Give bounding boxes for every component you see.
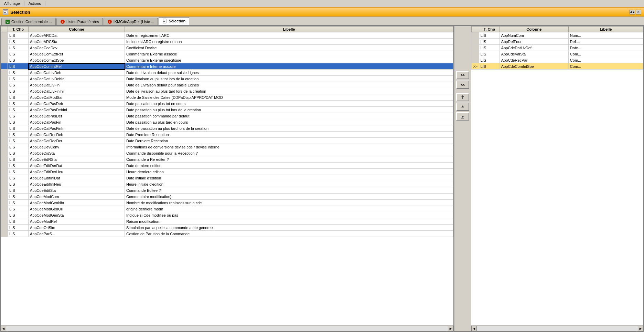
left-row-libelle[interactable]: Commentaire Interne associe: [125, 63, 453, 70]
left-row-libelle[interactable]: Date Premiere Reception: [125, 132, 453, 138]
left-row-tchp[interactable]: LIS: [8, 156, 29, 163]
left-row-libelle[interactable]: Date passation au plus tard en cours: [125, 119, 453, 125]
left-row-libelle[interactable]: Date de Livraison defaut pour saisie Lig…: [125, 82, 453, 88]
left-row-tchp[interactable]: LIS: [8, 231, 29, 237]
left-row-libelle[interactable]: Commentaire Externe specifique: [125, 57, 453, 63]
add-all-button[interactable]: >>: [456, 71, 469, 79]
right-row-libelle[interactable]: Ref....: [568, 39, 643, 45]
left-row-tchp[interactable]: LIS: [8, 51, 29, 57]
left-row-libelle[interactable]: Date derniere edition: [125, 163, 453, 169]
move-down-button[interactable]: [456, 112, 469, 121]
left-row-tchp[interactable]: LIS: [8, 101, 29, 107]
left-row-colonne[interactable]: AppCdeDatPasDebIni: [29, 107, 125, 113]
right-row-colonne[interactable]: AppRefFour: [500, 39, 568, 45]
left-row-colonne[interactable]: AppCdeEditIniHeu: [29, 181, 125, 187]
right-row-colonne[interactable]: AppNumCom: [500, 32, 568, 39]
left-row-libelle[interactable]: Indique si ARC enregistre ou non: [125, 39, 453, 45]
left-row-libelle[interactable]: Commentaire Externe associe: [125, 51, 453, 57]
right-row-colonne[interactable]: AppCdeRecPar: [500, 57, 568, 63]
left-row-colonne[interactable]: AppCdeDatLivDebIni: [29, 76, 125, 82]
right-row-libelle[interactable]: Num...: [568, 32, 643, 39]
move-up-button[interactable]: [456, 103, 469, 111]
right-row-tchp[interactable]: LIS: [479, 39, 500, 45]
left-scroll-left[interactable]: ◄: [1, 326, 6, 331]
right-scroll-right[interactable]: ►: [638, 326, 643, 331]
right-row-libelle[interactable]: Com...: [568, 51, 643, 57]
left-row-libelle[interactable]: Date passation au plus tot en cours: [125, 101, 453, 107]
left-row-tchp[interactable]: LIS: [8, 163, 29, 169]
right-row-colonne[interactable]: AppCdeValSta: [500, 51, 568, 57]
right-row-tchp[interactable]: LIS: [479, 32, 500, 39]
left-row-tchp[interactable]: LIS: [8, 39, 29, 45]
left-row-tchp[interactable]: LIS: [8, 119, 29, 125]
left-row-colonne[interactable]: AppCdeEditDerHeu: [29, 169, 125, 175]
expand-button[interactable]: ◄►: [630, 10, 635, 14]
tab-ikmc[interactable]: ! IKMCdeAppRet (Liste ...: [104, 18, 158, 25]
left-row-tchp[interactable]: LIS: [8, 132, 29, 138]
left-row-colonne[interactable]: AppCdeDisSta: [29, 150, 125, 156]
left-row-colonne[interactable]: AppCdeEditSta: [29, 187, 125, 194]
close-button[interactable]: ✕: [636, 10, 641, 14]
left-row-colonne[interactable]: AppCdeDatPasFin: [29, 119, 125, 125]
left-row-colonne[interactable]: AppCdeEdRSta: [29, 156, 125, 163]
left-row-libelle[interactable]: Date passation au plus tot lors de la cr…: [125, 107, 453, 113]
left-row-libelle[interactable]: Commande a Re-editer ?: [125, 156, 453, 163]
tab-gestion[interactable]: G Gestion Commerciale ...: [1, 18, 56, 25]
tab-listes[interactable]: ! Listes Paramétrées: [56, 18, 103, 25]
left-row-tchp[interactable]: LIS: [8, 107, 29, 113]
move-top-button[interactable]: [456, 93, 469, 101]
left-row-libelle[interactable]: origine derniere modif: [125, 206, 453, 212]
left-row-tchp[interactable]: LIS: [8, 63, 29, 70]
left-row-libelle[interactable]: Informations de conversions devise cde /…: [125, 144, 453, 150]
left-row-tchp[interactable]: LIS: [8, 187, 29, 194]
left-row-tchp[interactable]: LIS: [8, 88, 29, 94]
left-row-tchp[interactable]: LIS: [8, 144, 29, 150]
left-row-colonne[interactable]: AppCdeModGenSta: [29, 212, 125, 218]
left-row-colonne[interactable]: AppCdeModRef: [29, 218, 125, 225]
left-row-tchp[interactable]: LIS: [8, 82, 29, 88]
left-row-tchp[interactable]: LIS: [8, 76, 29, 82]
left-row-tchp[interactable]: LIS: [8, 181, 29, 187]
left-row-colonne[interactable]: AppCdeEditDerDat: [29, 163, 125, 169]
left-row-colonne[interactable]: AppCdeCoeDev: [29, 45, 125, 51]
left-row-colonne[interactable]: AppCdeEditIniDat: [29, 175, 125, 181]
left-row-libelle[interactable]: Date Derniere Reception: [125, 138, 453, 144]
left-row-colonne[interactable]: AppCdeDatPasFinIni: [29, 125, 125, 132]
left-row-tchp[interactable]: LIS: [8, 200, 29, 206]
left-row-tchp[interactable]: LIS: [8, 113, 29, 119]
left-row-libelle[interactable]: Raison modification.: [125, 218, 453, 225]
left-row-libelle[interactable]: Date initiale d'edition: [125, 175, 453, 181]
left-row-colonne[interactable]: AppCdeDatPasDef: [29, 113, 125, 119]
left-row-colonne[interactable]: AppCdeARCDat: [29, 32, 125, 39]
left-row-libelle[interactable]: Date de Livraison defaut pour saisie Lig…: [125, 70, 453, 76]
right-table-scroll[interactable]: T. Chp Colonne Libellé LISAppNumComNum..…: [471, 26, 643, 325]
remove-all-button[interactable]: <<: [456, 81, 469, 89]
right-row-colonne[interactable]: AppCdeDatLivDef: [500, 45, 568, 51]
left-row-libelle[interactable]: Commande Editee ?: [125, 187, 453, 194]
left-row-libelle[interactable]: Simulation par laquelle la commande a et…: [125, 225, 453, 231]
left-row-colonne[interactable]: AppCdeDatLivFin: [29, 82, 125, 88]
left-row-tchp[interactable]: LIS: [8, 225, 29, 231]
left-row-colonne[interactable]: AppCdeDatModSai: [29, 94, 125, 101]
right-row-tchp[interactable]: LIS: [479, 63, 500, 70]
left-row-colonne[interactable]: AppCdeDatRecDeb: [29, 132, 125, 138]
left-row-colonne[interactable]: AppCdeDatLivFinIni: [29, 88, 125, 94]
right-row-colonne[interactable]: AppCdeComIntSpe: [500, 63, 568, 70]
left-row-libelle[interactable]: Heure initiale d'edition: [125, 181, 453, 187]
right-row-libelle[interactable]: Com...: [568, 57, 643, 63]
left-row-libelle[interactable]: Commande disponible pour la Reception ?: [125, 150, 453, 156]
left-row-tchp[interactable]: LIS: [8, 94, 29, 101]
left-row-tchp[interactable]: LIS: [8, 70, 29, 76]
tab-selection[interactable]: Sélection: [159, 17, 189, 25]
left-row-libelle[interactable]: Date de passation au plus tard lors de l…: [125, 125, 453, 132]
left-row-tchp[interactable]: LIS: [8, 138, 29, 144]
left-row-libelle[interactable]: Nombre de modifications realisees sur la…: [125, 200, 453, 206]
left-row-colonne[interactable]: AppCdeModGenOri: [29, 206, 125, 212]
left-row-colonne[interactable]: AppCdeDatRecDer: [29, 138, 125, 144]
left-row-colonne[interactable]: AppCdeModCom: [29, 194, 125, 200]
right-row-tchp[interactable]: LIS: [479, 45, 500, 51]
left-row-libelle[interactable]: Commentaire modification): [125, 194, 453, 200]
left-row-tchp[interactable]: LIS: [8, 169, 29, 175]
right-row-tchp[interactable]: LIS: [479, 51, 500, 57]
left-row-tchp[interactable]: LIS: [8, 212, 29, 218]
